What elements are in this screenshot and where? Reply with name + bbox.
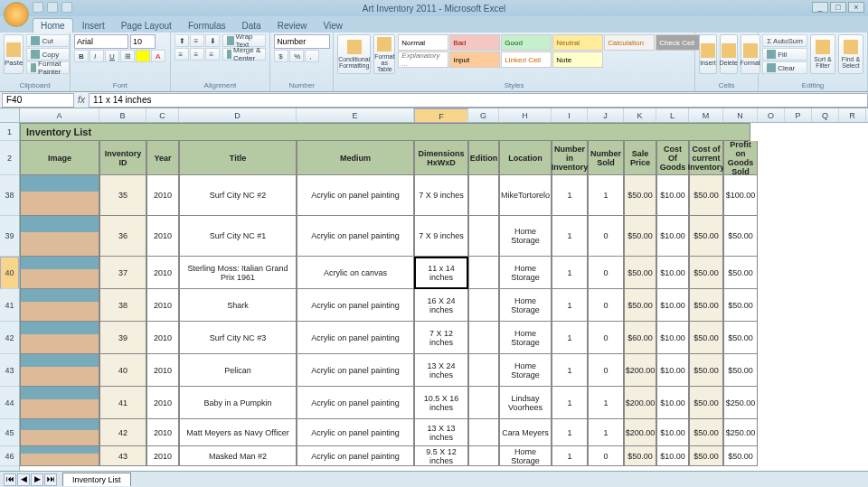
cell-year[interactable]: 2010 <box>146 322 179 354</box>
style-input[interactable]: Input <box>449 52 500 68</box>
find-select-button[interactable]: Find & Select <box>838 34 863 74</box>
cell-nsold[interactable]: 1 <box>588 387 624 419</box>
cell-nsold[interactable]: 0 <box>588 257 624 289</box>
cell-cg[interactable]: $10.00 <box>656 419 689 446</box>
row-44[interactable]: 44 <box>0 387 19 419</box>
cell-medium[interactable]: Acrylic on canvas <box>297 257 414 289</box>
cell-id[interactable]: 42 <box>99 419 146 446</box>
table-row[interactable]: 352010Surf City NC #2Acrylic on panel pa… <box>20 175 758 216</box>
row-38[interactable]: 38 <box>0 175 19 216</box>
cell-location[interactable]: Cara Meyers <box>499 419 552 446</box>
cell-ci[interactable]: $50.00 <box>689 257 723 289</box>
cell-title[interactable]: Surf City NC #3 <box>179 322 297 354</box>
cell-location[interactable]: Home Storage <box>499 289 552 322</box>
cell-location[interactable]: MikeTortorelo <box>499 175 552 216</box>
cell-img[interactable] <box>20 387 99 419</box>
col-I[interactable]: I <box>552 108 588 122</box>
cell-img[interactable] <box>20 446 99 466</box>
cell-id[interactable]: 37 <box>99 257 146 289</box>
table-row[interactable]: 432010Masked Man #2Acrylic on panel pain… <box>20 446 758 466</box>
cell-year[interactable]: 2010 <box>146 446 179 466</box>
minimize-button[interactable]: _ <box>812 2 828 13</box>
cell-edition[interactable] <box>468 446 499 466</box>
table-row[interactable]: 392010Surf City NC #3Acrylic on panel pa… <box>20 322 758 354</box>
row-42[interactable]: 42 <box>0 322 19 354</box>
fx-icon[interactable]: fx <box>74 95 89 105</box>
header-number-in-inventory[interactable]: Number in Inventory <box>552 141 588 175</box>
col-R[interactable]: R <box>839 108 866 122</box>
cell-medium[interactable]: Acrylic on panel painting <box>297 419 414 446</box>
underline-button[interactable]: U <box>105 50 119 62</box>
copy-button[interactable]: Copy <box>26 48 69 61</box>
cell-cg[interactable]: $10.00 <box>656 387 689 419</box>
table-row[interactable]: 372010Sterling Moss: Italian Grand Prix … <box>20 257 758 289</box>
cell-title[interactable]: Matt Meyers as Navy Officer <box>179 419 297 446</box>
format-cells-button[interactable]: Format <box>741 34 760 74</box>
col-P[interactable]: P <box>785 108 812 122</box>
cell-location[interactable]: Home Storage <box>499 257 552 289</box>
table-row[interactable]: 362010Surf City NC #1Acrylic on panel pa… <box>20 216 758 257</box>
header-inventory-id[interactable]: Inventory ID <box>99 141 146 175</box>
header-sale-price[interactable]: Sale Price <box>624 141 656 175</box>
cell-year[interactable]: 2010 <box>146 257 179 289</box>
col-E[interactable]: E <box>297 108 414 122</box>
sort-filter-button[interactable]: Sort & Filter <box>810 34 835 74</box>
cell-ci[interactable]: $50.00 <box>689 175 723 216</box>
cell-sp[interactable]: $50.00 <box>624 175 656 216</box>
cell-dim[interactable]: 7 X 9 inches <box>414 216 468 257</box>
cell-id[interactable]: 36 <box>99 216 146 257</box>
tab-nav-prev[interactable]: ◀ <box>17 473 30 486</box>
cell-dim[interactable]: 16 X 24 inches <box>414 289 468 322</box>
select-all-corner[interactable] <box>0 108 20 122</box>
cell-title[interactable]: Shark <box>179 289 297 322</box>
font-size-select[interactable] <box>130 34 156 49</box>
insert-cells-button[interactable]: Insert <box>699 34 717 74</box>
header-year[interactable]: Year <box>146 141 179 175</box>
sheet-tab-inventory-list[interactable]: Inventory List <box>62 473 131 486</box>
cell-title[interactable]: Surf City NC #1 <box>179 216 297 257</box>
cell-sp[interactable]: $200.00 <box>624 354 656 387</box>
cell-edition[interactable] <box>468 289 499 322</box>
border-button[interactable]: ⊞ <box>120 50 135 62</box>
cell-cg[interactable]: $10.00 <box>656 175 689 216</box>
row-1[interactable]: 1 <box>0 123 19 141</box>
header-number-sold[interactable]: Number Sold <box>588 141 624 175</box>
cell-cg[interactable]: $10.00 <box>656 354 689 387</box>
cell-sp[interactable]: $200.00 <box>624 387 656 419</box>
cell-ninv[interactable]: 1 <box>552 322 588 354</box>
cell-dim[interactable]: 7 X 9 inches <box>414 175 468 216</box>
cell-ci[interactable]: $50.00 <box>689 387 723 419</box>
cell-sp[interactable]: $50.00 <box>624 289 656 322</box>
cell-year[interactable]: 2010 <box>146 387 179 419</box>
cell-edition[interactable] <box>468 387 499 419</box>
cell-cg[interactable]: $10.00 <box>656 257 689 289</box>
cell-medium[interactable]: Acrylic on panel painting <box>297 322 414 354</box>
cell-img[interactable] <box>20 354 99 387</box>
cell-ci[interactable]: $50.00 <box>689 322 723 354</box>
tab-insert[interactable]: Insert <box>75 19 112 33</box>
align-left-button[interactable]: ≡ <box>175 48 189 61</box>
cell-dim[interactable]: 13 X 24 inches <box>414 354 468 387</box>
cell-ninv[interactable]: 1 <box>552 446 588 466</box>
cell-edition[interactable] <box>468 216 499 257</box>
col-B[interactable]: B <box>99 108 146 122</box>
tab-nav-last[interactable]: ⏭ <box>44 473 57 486</box>
col-K[interactable]: K <box>624 108 656 122</box>
cell-pg[interactable]: $50.00 <box>723 446 758 466</box>
style-bad[interactable]: Bad <box>449 34 500 51</box>
cell-location[interactable]: Home Storage <box>499 322 552 354</box>
cell-ci[interactable]: $50.00 <box>689 289 723 322</box>
clear-button[interactable]: Clear <box>762 61 807 74</box>
cell-edition[interactable] <box>468 257 499 289</box>
cell-title[interactable]: Pelican <box>179 354 297 387</box>
header-title[interactable]: Title <box>179 141 297 175</box>
cell-medium[interactable]: Acrylic on panel painting <box>297 289 414 322</box>
cell-medium[interactable]: Acrylic on panel painting <box>297 175 414 216</box>
fill-button[interactable]: Fill <box>762 48 807 61</box>
cell-ci[interactable]: $50.00 <box>689 216 723 257</box>
style-calculation[interactable]: Calculation <box>604 34 655 51</box>
cell-dim[interactable]: 13 X 13 inches <box>414 419 468 446</box>
cell-sp[interactable]: $50.00 <box>624 446 656 466</box>
cell-pg[interactable]: $50.00 <box>723 289 758 322</box>
cell-img[interactable] <box>20 322 99 354</box>
